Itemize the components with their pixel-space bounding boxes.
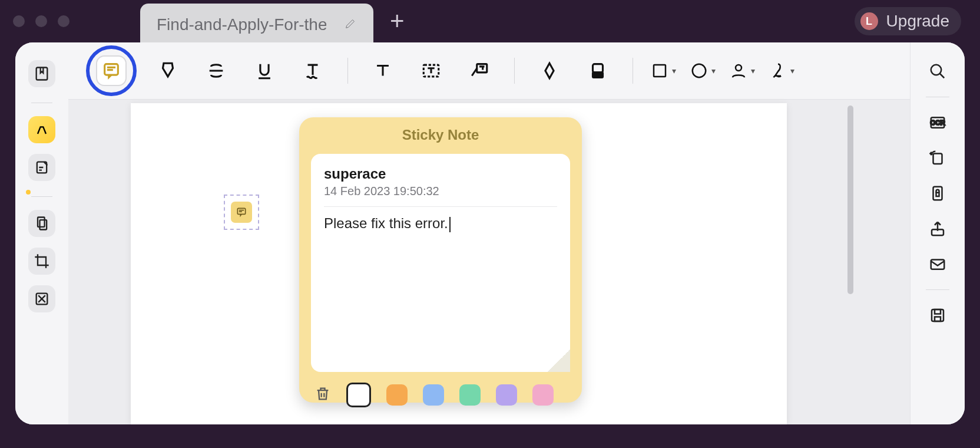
sign-tool[interactable]: ▾: [769, 62, 794, 80]
svg-rect-2: [38, 218, 45, 227]
close-window-dot[interactable]: [13, 15, 25, 27]
sticky-note-title: Sticky Note: [299, 117, 582, 150]
page: Sticky Note superace 14 Feb 2023 19:50:3…: [131, 103, 787, 424]
rename-tab-icon[interactable]: [344, 15, 357, 34]
tab-active[interactable]: Find-and-Apply-For-the-Be: [140, 4, 373, 46]
eraser-tool[interactable]: [581, 54, 615, 88]
search-icon[interactable]: [925, 59, 950, 84]
svg-rect-3: [40, 220, 47, 229]
svg-rect-17: [933, 154, 942, 164]
svg-rect-22: [932, 309, 943, 321]
color-swatch-purple[interactable]: [496, 384, 517, 406]
minimize-window-dot[interactable]: [35, 15, 47, 27]
sticky-note-tool[interactable]: [86, 45, 137, 96]
rotate-icon[interactable]: [925, 146, 950, 170]
sticky-note-body[interactable]: superace 14 Feb 2023 19:50:32 Please fix…: [311, 154, 570, 372]
color-swatch-white[interactable]: [346, 383, 371, 407]
svg-text:OCR: OCR: [931, 119, 945, 126]
svg-point-14: [931, 65, 942, 75]
zoom-window-dot[interactable]: [58, 15, 69, 27]
sticky-note-content[interactable]: Please fix this error.: [324, 215, 557, 232]
svg-rect-21: [931, 260, 945, 269]
scrollbar-thumb[interactable]: [847, 106, 853, 294]
highlighter-tool-icon[interactable]: [28, 116, 55, 143]
svg-rect-0: [37, 68, 48, 80]
save-icon[interactable]: [925, 303, 950, 328]
color-swatch-orange[interactable]: [386, 384, 408, 406]
upgrade-label: Upgrade: [886, 12, 949, 31]
document-canvas[interactable]: Sticky Note superace 14 Feb 2023 19:50:3…: [68, 100, 910, 424]
upgrade-button[interactable]: L Upgrade: [855, 7, 961, 35]
svg-rect-19: [936, 193, 939, 196]
right-toolbar: OCR: [910, 42, 965, 424]
avatar: L: [860, 12, 878, 30]
crop-tool-icon[interactable]: [28, 248, 55, 275]
color-swatch-blue[interactable]: [423, 384, 444, 406]
title-bar: Find-and-Apply-For-the-Be + L Upgrade: [0, 0, 980, 42]
notes-panel-icon[interactable]: [28, 154, 55, 181]
redact-tool-icon[interactable]: [28, 285, 55, 312]
svg-point-12: [736, 65, 741, 71]
color-swatch-green[interactable]: [459, 384, 481, 406]
vertical-scrollbar[interactable]: [845, 100, 856, 424]
highlight-tool[interactable]: [151, 54, 185, 88]
text-cursor: [449, 217, 451, 232]
lock-page-icon[interactable]: [925, 181, 950, 206]
shape-tool[interactable]: ▾: [651, 62, 676, 80]
textbox-tool[interactable]: [414, 54, 448, 88]
ocr-icon[interactable]: OCR: [925, 110, 950, 135]
left-toolbar: [15, 42, 68, 424]
sticky-note-footer: [299, 372, 582, 407]
callout-tool[interactable]: [462, 54, 496, 88]
active-indicator-dot: [26, 190, 31, 195]
share-icon[interactable]: [925, 216, 950, 241]
circle-tool[interactable]: ▾: [690, 62, 716, 80]
new-tab-button[interactable]: +: [384, 9, 410, 34]
strikethrough-tool[interactable]: [199, 54, 233, 88]
svg-rect-10: [654, 65, 666, 77]
window-controls: [13, 15, 69, 27]
page-manage-icon[interactable]: [28, 210, 55, 237]
annotation-ribbon: ▾ ▾ ▾ ▾: [68, 42, 910, 100]
color-swatch-pink[interactable]: [532, 384, 554, 406]
sticky-note-popup: Sticky Note superace 14 Feb 2023 19:50:3…: [299, 117, 582, 403]
svg-point-11: [693, 64, 706, 78]
page-fold-icon: [548, 350, 570, 372]
sticky-note-mini-icon: [231, 202, 252, 223]
sticky-note-author: superace: [324, 166, 557, 182]
text-annotation-tool[interactable]: [366, 54, 400, 88]
underline-tool[interactable]: [247, 54, 282, 88]
svg-rect-23: [935, 309, 941, 314]
svg-rect-8: [593, 64, 603, 73]
delete-note-icon[interactable]: [314, 386, 331, 404]
squiggly-tool[interactable]: [296, 54, 330, 88]
bookmarks-panel-icon[interactable]: [28, 60, 55, 87]
svg-rect-9: [593, 73, 603, 77]
tab-title: Find-and-Apply-For-the-Be: [157, 15, 326, 34]
sticky-note-timestamp: 14 Feb 2023 19:50:32: [324, 185, 557, 198]
mail-icon[interactable]: [925, 252, 950, 276]
main-window: ▾ ▾ ▾ ▾: [15, 42, 965, 424]
pencil-tool[interactable]: [532, 54, 567, 88]
sticky-note-marker[interactable]: [224, 195, 259, 230]
user-tool[interactable]: ▾: [730, 62, 755, 80]
svg-rect-24: [935, 317, 941, 322]
